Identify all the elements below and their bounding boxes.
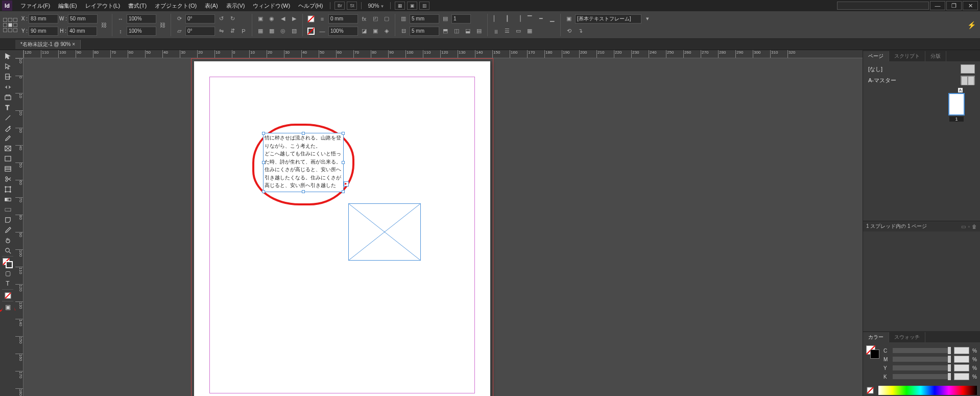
fill-stroke-swatch[interactable] <box>3 258 13 268</box>
text-wrap-around-icon[interactable]: ▣ <box>370 26 380 36</box>
grid-direction-icon[interactable]: ↴ <box>575 26 585 36</box>
menu-window[interactable]: ウィンドウ(W) <box>249 1 294 11</box>
tab-swatches[interactable]: スウォッチ <box>889 332 925 342</box>
note-tool[interactable] <box>1 215 14 225</box>
w-input[interactable] <box>68 14 98 24</box>
eyedropper-tool[interactable] <box>1 225 14 235</box>
frame-grid-icon[interactable]: ▦ <box>524 26 535 36</box>
flip-v-icon[interactable]: ⇵ <box>227 26 237 36</box>
channel-m-slider[interactable] <box>893 357 951 362</box>
y-input[interactable] <box>29 27 58 36</box>
view-mode-icon[interactable]: ▣ <box>1 302 14 312</box>
apply-none-icon[interactable] <box>1 290 14 300</box>
distribute-v-icon[interactable]: ☰ <box>502 26 512 36</box>
align-top-icon[interactable]: ▔ <box>524 14 535 24</box>
color-spectrum[interactable] <box>878 386 977 395</box>
menu-file[interactable]: ファイル(F) <box>16 1 54 11</box>
scale-x-input[interactable] <box>127 14 156 24</box>
free-transform-tool[interactable] <box>1 184 14 194</box>
menu-object[interactable]: オブジェクト(O) <box>151 1 201 11</box>
horizontal-ruler[interactable]: 1201101009080706050403020100102030405060… <box>23 50 863 58</box>
view-options-icon[interactable]: ▦ <box>395 2 405 10</box>
channel-k-value[interactable] <box>954 373 969 380</box>
direct-selection-tool[interactable] <box>1 61 14 72</box>
channel-m-value[interactable] <box>954 356 969 363</box>
tab-scripts[interactable]: スクリプト <box>889 51 925 61</box>
document-tab[interactable]: *名称未設定-1 @ 90% × <box>15 40 81 49</box>
corner-options-icon[interactable]: ◰ <box>370 14 380 24</box>
resize-handle[interactable] <box>262 161 265 164</box>
gap-v-input[interactable] <box>410 27 439 36</box>
reference-point-grid[interactable] <box>3 18 17 32</box>
page[interactable]: 情に棹させば流される。山路を登 りながら、こう考えた。 どこへ越しても住みにくい… <box>194 61 490 396</box>
channel-c-slider[interactable] <box>893 348 951 353</box>
shear-input[interactable] <box>185 27 215 36</box>
channel-y-slider[interactable] <box>893 365 951 370</box>
align-right-icon[interactable]: ▕ <box>513 14 523 24</box>
channel-c-value[interactable] <box>954 347 969 354</box>
page-thumbnail[interactable]: A 1 <box>948 93 965 115</box>
align-left-icon[interactable]: ▏ <box>491 14 501 24</box>
formatting-container-icon[interactable]: ▢ <box>1 268 14 278</box>
delete-page-icon[interactable]: 🗑 <box>972 224 977 229</box>
center-content-icon[interactable]: ◎ <box>278 26 288 36</box>
effects-icon[interactable]: fx <box>359 14 369 24</box>
none-color-icon[interactable] <box>865 385 875 395</box>
fit-frame-icon[interactable]: ▩ <box>267 26 277 36</box>
scale-y-input[interactable] <box>127 27 156 36</box>
select-prev-icon[interactable]: ◀ <box>278 14 288 24</box>
text-outport-overset[interactable] <box>344 181 349 187</box>
minimize-button[interactable]: — <box>930 1 945 10</box>
opacity-input[interactable] <box>328 27 358 36</box>
menu-view[interactable]: 表示(V) <box>222 1 249 11</box>
fit-content-icon[interactable]: ▦ <box>255 26 266 36</box>
canvas[interactable]: 1201101009080706050403020100102030405060… <box>15 50 863 396</box>
gap-tool[interactable] <box>1 82 14 92</box>
menu-edit[interactable]: 編集(E) <box>54 1 81 11</box>
selection-tool[interactable] <box>1 51 14 61</box>
vert-justify-bottom-icon[interactable]: ⬓ <box>463 26 473 36</box>
close-button[interactable]: ✕ <box>963 1 978 10</box>
zoom-level[interactable]: 90%▼ <box>365 3 387 9</box>
menu-help[interactable]: ヘルプ(H) <box>294 1 327 11</box>
menu-layout[interactable]: レイアウト(L) <box>81 1 124 11</box>
vertical-ruler[interactable]: 1001020304050607080901001101201301401501… <box>15 58 23 396</box>
pen-tool[interactable] <box>1 123 14 133</box>
empty-graphic-frame[interactable] <box>348 203 421 261</box>
align-hcenter-icon[interactable]: ┃ <box>502 14 512 24</box>
text-wrap-shape-icon[interactable]: ◈ <box>381 26 392 36</box>
color-fill-stroke-proxy[interactable] <box>866 345 879 359</box>
vert-justify-center-icon[interactable]: ◫ <box>451 26 462 36</box>
resize-handle[interactable] <box>342 132 345 135</box>
clear-overrides-icon[interactable]: ⟲ <box>564 26 574 36</box>
align-vcenter-icon[interactable]: ━ <box>536 14 546 24</box>
gradient-swatch-tool[interactable] <box>1 194 14 204</box>
pencil-tool[interactable] <box>1 133 14 143</box>
arrange-docs-icon[interactable]: ▥ <box>419 2 429 10</box>
rotate-input[interactable] <box>185 14 215 24</box>
menu-table[interactable]: 表(A) <box>201 1 222 11</box>
constrain-wh-icon[interactable]: ⛓ <box>99 20 109 30</box>
ruler-origin[interactable] <box>15 50 23 58</box>
select-next-icon[interactable]: ▶ <box>289 14 299 24</box>
rotate-cw-icon[interactable]: ↻ <box>227 14 237 24</box>
horizontal-grid-tool[interactable] <box>1 164 14 174</box>
quick-apply-icon[interactable]: ⚡ <box>967 21 976 29</box>
formatting-text-icon[interactable]: T <box>1 278 14 289</box>
type-tool[interactable]: T <box>1 102 14 112</box>
stroke-swatch-icon[interactable] <box>306 26 316 36</box>
rectangle-frame-tool[interactable] <box>1 143 14 153</box>
stroke-style-icon[interactable]: — <box>317 26 327 36</box>
master-none-row[interactable]: [なし] <box>865 63 978 75</box>
x-input[interactable] <box>29 14 58 24</box>
line-tool[interactable] <box>1 112 14 123</box>
maximize-button[interactable]: ❐ <box>946 1 962 10</box>
content-collector-tool[interactable] <box>1 92 14 102</box>
resize-handle[interactable] <box>302 132 305 135</box>
rectangle-tool[interactable] <box>1 153 14 164</box>
resize-handle[interactable] <box>342 190 345 193</box>
align-to-icon[interactable]: ▭ <box>513 26 523 36</box>
bridge-icon[interactable]: Br <box>334 2 345 10</box>
zoom-tool[interactable] <box>1 245 14 255</box>
align-bottom-icon[interactable]: ▁ <box>547 14 557 24</box>
